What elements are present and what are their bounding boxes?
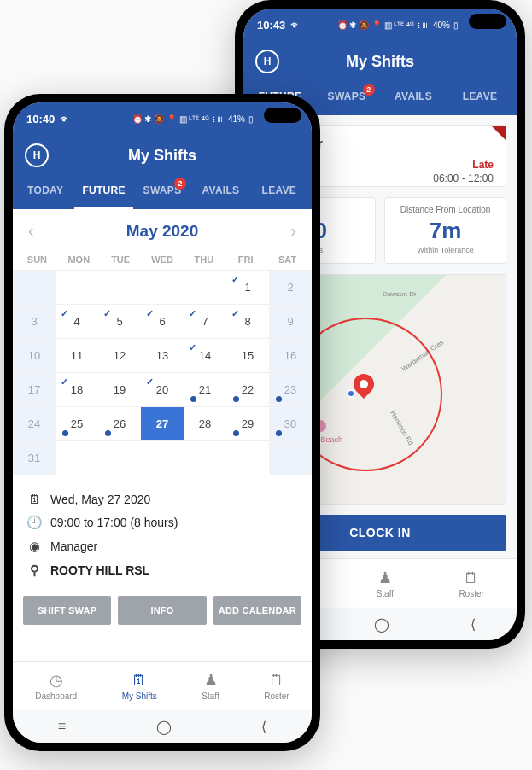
app-logo[interactable]: H — [255, 50, 279, 73]
cal-day-22[interactable]: 22 — [226, 373, 269, 407]
nav-staff[interactable]: ♟ Staff — [202, 671, 219, 701]
cal-day-17[interactable]: 17 — [13, 373, 56, 407]
dow-label: TUE — [100, 254, 142, 265]
shift-swap-button[interactable]: SHIFT SWAP — [23, 596, 111, 625]
tab-future[interactable]: FUTURE — [74, 176, 132, 209]
cal-day-10[interactable]: 10 — [13, 339, 56, 373]
cal-day-18[interactable]: ✓18 — [56, 373, 98, 407]
cal-day-29[interactable]: 29 — [226, 407, 269, 441]
cal-day-empty — [56, 271, 98, 305]
stat-distance: Distance From Location 7m Within Toleran… — [384, 197, 506, 264]
screen-front: 10:40 ᯤ ⏰ ✱ 🔕 📍 ▥ ᴸᵀᴱ ⁴ᴳ ⫶⫴ 41% ▯ H My S… — [13, 102, 312, 743]
cal-day-14[interactable]: ✓14 — [184, 339, 226, 373]
dot-icon — [233, 396, 239, 402]
android-back[interactable]: ⟨ — [471, 616, 476, 633]
next-month-button[interactable]: › — [290, 221, 296, 241]
stat-distance-label: Distance From Location — [389, 205, 502, 214]
check-icon: ✓ — [146, 308, 154, 319]
app-title: My Shifts — [346, 53, 414, 71]
staff-icon: ♟ — [202, 671, 219, 690]
detail-time: 09:00 to 17:00 (8 hours) — [50, 516, 178, 529]
android-home[interactable]: ◯ — [156, 719, 172, 735]
android-recents[interactable]: ≡ — [58, 719, 66, 734]
cal-day-9[interactable]: 9 — [269, 305, 312, 339]
cal-day-6[interactable]: ✓6 — [141, 305, 184, 339]
dow-label: SUN — [16, 254, 58, 265]
stat-distance-value: 7m — [389, 218, 502, 244]
calendar-icon: 🗓 — [26, 492, 42, 506]
android-back[interactable]: ⟨ — [261, 719, 266, 735]
add-calendar-button[interactable]: ADD CALENDAR — [213, 596, 301, 625]
tab-swaps[interactable]: SWAPS 2 — [313, 82, 380, 115]
detail-location-row: ⚲ ROOTY HILL RSL — [26, 558, 298, 582]
status-time: 10:40 — [26, 113, 55, 125]
wifi-icon: ᯤ — [60, 113, 71, 125]
info-button[interactable]: INFO — [118, 596, 206, 625]
cal-day-24[interactable]: 24 — [13, 407, 56, 441]
calendar-icon: 🗓 — [122, 672, 157, 690]
cal-day-31[interactable]: 31 — [13, 441, 56, 475]
gauge-icon: ◷ — [35, 671, 77, 690]
battery-icon: ▯ — [453, 20, 459, 30]
cal-day-empty — [141, 441, 184, 475]
cal-day-4[interactable]: ✓4 — [56, 305, 98, 339]
tab-swaps-label: SWAPS — [328, 90, 366, 102]
cal-day-23[interactable]: 23 — [269, 373, 312, 407]
cal-day-15[interactable]: 15 — [226, 339, 269, 373]
cal-day-19[interactable]: 19 — [98, 373, 141, 407]
shift-details: 🗓 Wed, May 27 2020 🕘 09:00 to 17:00 (8 h… — [13, 475, 312, 589]
dow-label: MON — [58, 254, 100, 265]
appbar: H My Shifts — [13, 135, 312, 176]
appbar: H My Shifts — [243, 41, 517, 82]
tab-avails[interactable]: AVAILS — [380, 82, 447, 115]
android-home[interactable]: ◯ — [374, 616, 389, 633]
app-logo[interactable]: H — [25, 143, 49, 167]
cal-day-11[interactable]: 11 — [56, 339, 98, 373]
cal-day-26[interactable]: 26 — [98, 407, 141, 441]
nav-my-shifts[interactable]: 🗓 My Shifts — [122, 672, 157, 701]
bottom-nav: ◷ Dashboard 🗓 My Shifts ♟ Staff 🗒 Roster — [13, 661, 312, 710]
cal-day-20[interactable]: ✓20 — [141, 373, 184, 407]
tab-today[interactable]: TODAY — [16, 176, 74, 209]
cal-day-empty — [141, 271, 184, 305]
cal-day-25[interactable]: 25 — [56, 407, 98, 441]
nav-roster[interactable]: 🗒 Roster — [459, 569, 483, 598]
tab-swaps[interactable]: SWAPS 2 — [133, 176, 191, 209]
cal-day-7[interactable]: ✓7 — [184, 305, 226, 339]
cal-day-5[interactable]: ✓5 — [98, 305, 141, 339]
card-corner-flag — [492, 126, 506, 140]
cal-day-12[interactable]: 12 — [98, 339, 141, 373]
cal-day-16[interactable]: 16 — [269, 339, 312, 373]
nav-staff[interactable]: ♟ Staff — [377, 569, 394, 598]
check-icon: ✓ — [189, 308, 196, 319]
cal-day-21[interactable]: 21 — [184, 373, 226, 407]
roster-icon: 🗒 — [264, 672, 289, 690]
tab-leave[interactable]: LEAVE — [447, 82, 513, 115]
nav-dashboard[interactable]: ◷ Dashboard — [35, 671, 77, 701]
cal-day-30[interactable]: 30 — [269, 407, 312, 441]
detail-role-row: ◉ Manager — [26, 534, 298, 558]
cal-day-8[interactable]: ✓8 — [226, 305, 269, 339]
clock-icon: 🕘 — [26, 515, 42, 530]
calendar-dow-row: SUN MON TUE WED THU FRI SAT — [13, 249, 312, 271]
app-title: My Shifts — [128, 147, 196, 165]
cal-day-2[interactable]: 2 — [269, 271, 312, 305]
status-battery: 41% — [228, 114, 245, 124]
phone-front: 10:40 ᯤ ⏰ ✱ 🔕 📍 ▥ ᴸᵀᴱ ⁴ᴳ ⫶⫴ 41% ▯ H My S… — [4, 94, 320, 751]
detail-date: Wed, May 27 2020 — [50, 493, 150, 506]
detail-role: Manager — [50, 540, 97, 553]
nav-roster[interactable]: 🗒 Roster — [264, 672, 289, 701]
prev-month-button[interactable]: ‹ — [28, 221, 34, 241]
cal-day-1[interactable]: ✓1 — [226, 271, 269, 305]
cal-day-28[interactable]: 28 — [184, 407, 226, 441]
camera-cutout — [264, 108, 301, 123]
cal-day-empty — [98, 271, 141, 305]
cal-day-3[interactable]: 3 — [13, 305, 56, 339]
cal-day-27-selected[interactable]: 27 — [141, 407, 184, 441]
status-icons: ⏰ ✱ 🔕 📍 ▥ ᴸᵀᴱ ⁴ᴳ ⫶⫴ — [132, 114, 225, 124]
cal-day-empty — [98, 441, 141, 475]
tab-leave[interactable]: LEAVE — [250, 176, 308, 209]
cal-day-13[interactable]: 13 — [141, 339, 184, 373]
current-location-dot — [347, 389, 355, 398]
tab-avails[interactable]: AVAILS — [191, 176, 249, 209]
